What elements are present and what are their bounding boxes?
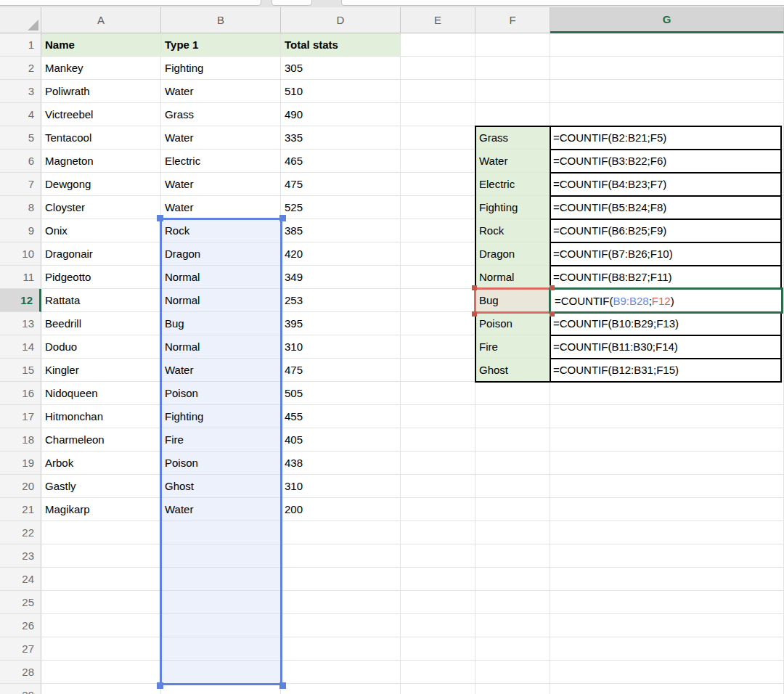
cell-D19[interactable]: 438 bbox=[281, 452, 401, 475]
cell-A4[interactable]: Victreebel bbox=[41, 103, 161, 126]
row-header-24[interactable]: 24 bbox=[0, 568, 41, 591]
cell-G15[interactable]: =COUNTIF(B12:B31;F15) bbox=[550, 359, 784, 382]
cell-G2[interactable] bbox=[550, 57, 784, 80]
row-header-15[interactable]: 15 bbox=[0, 359, 41, 382]
cell-F28[interactable] bbox=[475, 661, 550, 684]
cell-F14[interactable]: Fire bbox=[475, 335, 550, 359]
cell-D1[interactable]: Total stats bbox=[281, 33, 401, 57]
cell-E25[interactable] bbox=[401, 591, 475, 614]
marquee-handle-br[interactable] bbox=[550, 311, 555, 317]
cell-A19[interactable]: Arbok bbox=[41, 452, 161, 475]
cell-E18[interactable] bbox=[401, 428, 475, 452]
row-header-3[interactable]: 3 bbox=[0, 80, 41, 103]
cell-A11[interactable]: Pidgeotto bbox=[41, 266, 161, 289]
column-header-f[interactable]: F bbox=[475, 7, 550, 33]
cell-D17[interactable]: 455 bbox=[281, 405, 401, 428]
cell-E13[interactable] bbox=[401, 312, 475, 335]
cell-G5[interactable]: =COUNTIF(B2:B21;F5) bbox=[550, 126, 784, 150]
cell-A14[interactable]: Doduo bbox=[41, 335, 161, 359]
cell-D28[interactable] bbox=[281, 661, 401, 684]
row-header-26[interactable]: 26 bbox=[0, 614, 41, 637]
cell-G29[interactable] bbox=[550, 684, 784, 694]
cell-D12[interactable]: 253 bbox=[281, 289, 401, 312]
cell-G17[interactable] bbox=[550, 405, 784, 428]
column-header-g[interactable]: G bbox=[550, 7, 784, 33]
cell-A7[interactable]: Dewgong bbox=[41, 173, 161, 196]
cell-F23[interactable] bbox=[475, 544, 550, 568]
cell-A1[interactable]: Name bbox=[41, 33, 161, 57]
cell-B8[interactable]: Water bbox=[161, 196, 281, 219]
cell-G10[interactable]: =COUNTIF(B7:B26;F10) bbox=[550, 242, 784, 266]
cell-F13[interactable]: Poison bbox=[475, 312, 550, 335]
cell-E12[interactable] bbox=[401, 289, 475, 312]
cell-A8[interactable]: Cloyster bbox=[41, 196, 161, 219]
cell-E20[interactable] bbox=[401, 475, 475, 498]
cell-E24[interactable] bbox=[401, 568, 475, 591]
row-header-16[interactable]: 16 bbox=[0, 382, 41, 405]
row-header-4[interactable]: 4 bbox=[0, 103, 41, 126]
cell-E16[interactable] bbox=[401, 382, 475, 405]
row-header-1[interactable]: 1 bbox=[0, 33, 41, 57]
cell-D9[interactable]: 385 bbox=[281, 219, 401, 242]
cell-A29[interactable] bbox=[41, 684, 161, 694]
row-header-6[interactable]: 6 bbox=[0, 150, 41, 173]
cell-D22[interactable] bbox=[281, 521, 401, 544]
cell-E7[interactable] bbox=[401, 173, 475, 196]
cell-A22[interactable] bbox=[41, 521, 161, 544]
cell-F18[interactable] bbox=[475, 428, 550, 452]
marquee-handle-tr[interactable] bbox=[550, 285, 555, 290]
cell-F9[interactable]: Rock bbox=[475, 219, 550, 242]
cell-D20[interactable]: 310 bbox=[281, 475, 401, 498]
row-header-23[interactable]: 23 bbox=[0, 544, 41, 568]
cell-A24[interactable] bbox=[41, 568, 161, 591]
cell-E21[interactable] bbox=[401, 498, 475, 521]
cell-A2[interactable]: Mankey bbox=[41, 57, 161, 80]
marquee-handle-tl[interactable] bbox=[472, 285, 477, 290]
row-header-22[interactable]: 22 bbox=[0, 521, 41, 544]
cell-F24[interactable] bbox=[475, 568, 550, 591]
cell-E10[interactable] bbox=[401, 242, 475, 266]
cell-D25[interactable] bbox=[281, 591, 401, 614]
cell-D14[interactable]: 310 bbox=[281, 335, 401, 359]
column-header-b[interactable]: B bbox=[161, 7, 281, 33]
row-header-17[interactable]: 17 bbox=[0, 405, 41, 428]
cell-G18[interactable] bbox=[550, 428, 784, 452]
cell-G24[interactable] bbox=[550, 568, 784, 591]
cell-D10[interactable]: 420 bbox=[281, 242, 401, 266]
cell-E29[interactable] bbox=[401, 684, 475, 694]
cell-B1[interactable]: Type 1 bbox=[161, 33, 281, 57]
cell-B4[interactable]: Grass bbox=[161, 103, 281, 126]
selection-handle-tl[interactable] bbox=[157, 215, 163, 221]
row-header-28[interactable]: 28 bbox=[0, 661, 41, 684]
select-all-corner[interactable] bbox=[0, 7, 41, 33]
row-header-5[interactable]: 5 bbox=[0, 126, 41, 150]
row-header-20[interactable]: 20 bbox=[0, 475, 41, 498]
cell-A23[interactable] bbox=[41, 544, 161, 568]
row-header-29[interactable]: 29 bbox=[0, 684, 41, 694]
cell-F19[interactable] bbox=[475, 452, 550, 475]
cell-G3[interactable] bbox=[550, 80, 784, 103]
cell-F21[interactable] bbox=[475, 498, 550, 521]
cell-G22[interactable] bbox=[550, 521, 784, 544]
cell-A15[interactable]: Kingler bbox=[41, 359, 161, 382]
row-header-27[interactable]: 27 bbox=[0, 637, 41, 661]
column-header-e[interactable]: E bbox=[401, 7, 475, 33]
cell-G14[interactable]: =COUNTIF(B11:B30;F14) bbox=[550, 335, 784, 359]
cell-A10[interactable]: Dragonair bbox=[41, 242, 161, 266]
cell-D26[interactable] bbox=[281, 614, 401, 637]
row-header-19[interactable]: 19 bbox=[0, 452, 41, 475]
cell-A18[interactable]: Charmeleon bbox=[41, 428, 161, 452]
cell-F8[interactable]: Fighting bbox=[475, 196, 550, 219]
row-header-13[interactable]: 13 bbox=[0, 312, 41, 335]
cell-F10[interactable]: Dragon bbox=[475, 242, 550, 266]
column-header-d[interactable]: D bbox=[281, 7, 401, 33]
cell-F25[interactable] bbox=[475, 591, 550, 614]
cell-D21[interactable]: 200 bbox=[281, 498, 401, 521]
cell-G27[interactable] bbox=[550, 637, 784, 661]
cell-A9[interactable]: Onix bbox=[41, 219, 161, 242]
cell-E22[interactable] bbox=[401, 521, 475, 544]
cell-F20[interactable] bbox=[475, 475, 550, 498]
cell-D5[interactable]: 335 bbox=[281, 126, 401, 150]
cell-E17[interactable] bbox=[401, 405, 475, 428]
cell-F1[interactable] bbox=[475, 33, 550, 57]
